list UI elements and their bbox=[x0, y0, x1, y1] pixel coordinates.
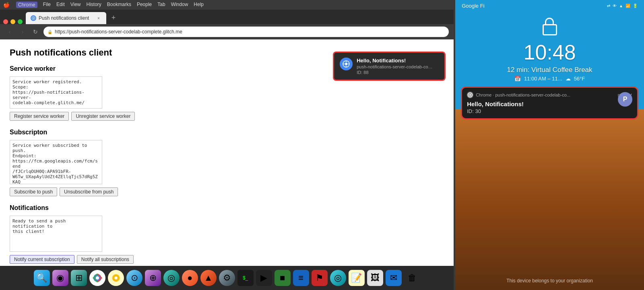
notification-title: Hello, Notifications! bbox=[357, 58, 439, 64]
weather-icon: ☁ bbox=[566, 76, 571, 82]
menubar-items: Chrome File Edit View History Bookmarks … bbox=[16, 2, 204, 8]
desktop-notification-popup: Hello, Notifications! push-notifications… bbox=[333, 51, 446, 81]
notify-all-button[interactable]: Notify all subscriptions bbox=[77, 255, 134, 264]
menubar-edit[interactable]: Edit bbox=[56, 2, 65, 8]
menubar-help[interactable]: Help bbox=[194, 2, 204, 8]
menubar-chrome[interactable]: Chrome bbox=[16, 2, 37, 8]
android-notif-header: Chrome · push-notifications-server-codel… bbox=[467, 92, 632, 98]
dock-app2[interactable]: ■ bbox=[275, 270, 291, 286]
menubar-people[interactable]: People bbox=[137, 2, 152, 8]
apple-menu[interactable]: 🍎 bbox=[3, 2, 10, 8]
maximize-window-button[interactable] bbox=[18, 19, 23, 24]
dock-chrome-canary[interactable] bbox=[108, 270, 124, 286]
dock-app3[interactable]: ⚑ bbox=[312, 270, 328, 286]
tab-close-button[interactable]: × bbox=[96, 15, 101, 21]
service-worker-buttons: Register service worker Unregister servi… bbox=[10, 112, 444, 121]
back-button[interactable]: ‹ bbox=[5, 27, 14, 37]
android-notif-title: Hello, Notifications! bbox=[467, 101, 524, 107]
unsubscribe-push-button[interactable]: Unsubscribe from push bbox=[60, 187, 118, 196]
address-url: https://push-notifications-server-codela… bbox=[55, 29, 445, 35]
menubar-file[interactable]: File bbox=[43, 2, 51, 8]
phone-bottom-text: This device belongs to your organization bbox=[455, 271, 644, 290]
weather-temp: 56°F bbox=[574, 76, 585, 82]
service-worker-textarea[interactable] bbox=[10, 76, 102, 109]
dock-purple-app[interactable]: ⊕ bbox=[145, 270, 161, 286]
dock-app1[interactable]: ▶ bbox=[256, 270, 272, 286]
android-notification: Chrome · push-notifications-server-codel… bbox=[461, 86, 638, 119]
dock-safari[interactable]: ⊙ bbox=[126, 270, 142, 286]
address-bar[interactable]: 🔒 https://push-notifications-server-code… bbox=[43, 27, 449, 37]
menubar-bookmarks[interactable]: Bookmarks bbox=[107, 2, 131, 8]
notification-chrome-icon bbox=[340, 58, 353, 70]
time-display: 10:48 12 min: Virtual Coffee Break 📅 11:… bbox=[455, 35, 644, 82]
tab-title: Push notifications client bbox=[39, 15, 93, 21]
menubar-tab[interactable]: Tab bbox=[157, 2, 165, 8]
mac-menubar: 🍎 Chrome File Edit View History Bookmark… bbox=[0, 0, 454, 10]
browser-window: 🍎 Chrome File Edit View History Bookmark… bbox=[0, 0, 454, 290]
tab-favicon bbox=[31, 15, 36, 21]
svg-point-11 bbox=[114, 276, 117, 279]
android-notif-app-icon bbox=[467, 92, 473, 98]
register-service-worker-button[interactable]: Register service worker bbox=[10, 112, 69, 121]
menubar-history[interactable]: History bbox=[87, 2, 101, 8]
subscription-buttons: Subscribe to push Unsubscribe from push bbox=[10, 187, 444, 196]
notification-content: Hello, Notifications! push-notifications… bbox=[357, 58, 439, 75]
reload-button[interactable]: ↻ bbox=[31, 27, 40, 37]
dock-finder[interactable]: 🔍 bbox=[34, 270, 50, 286]
android-notif-avatar: P bbox=[618, 92, 632, 107]
dock-firefox[interactable]: ● bbox=[182, 270, 198, 286]
dock: 🔍 ◉ ⊞ ⊙ ⊕ ◎ ● ▲ ⚙ $_ ▶ ■ ≡ ⚑ ◎ 📝 🖼 ✉ 🗑 bbox=[0, 266, 454, 290]
notifications-textarea[interactable] bbox=[10, 216, 102, 252]
notification-buttons: Notify current subscription Notify all s… bbox=[10, 255, 444, 264]
svg-point-13 bbox=[469, 94, 471, 96]
subscription-textarea[interactable] bbox=[10, 140, 102, 184]
traffic-lights bbox=[3, 19, 23, 24]
dock-mail[interactable]: ✉ bbox=[386, 270, 402, 286]
dock-edge2[interactable]: ◎ bbox=[330, 270, 346, 286]
forward-button[interactable]: › bbox=[18, 27, 27, 37]
dock-trash[interactable]: 🗑 bbox=[404, 270, 420, 286]
dock-siri[interactable]: ◉ bbox=[52, 270, 68, 286]
menubar-view[interactable]: View bbox=[70, 2, 81, 8]
address-lock-icon: 🔒 bbox=[47, 30, 52, 34]
notify-current-button[interactable]: Notify current subscription bbox=[10, 255, 74, 264]
tab-bar: Push notifications client × + bbox=[0, 10, 454, 24]
dock-photos[interactable]: 🖼 bbox=[367, 270, 383, 286]
dock-vscode[interactable]: ≡ bbox=[293, 270, 309, 286]
page-content: Hello, Notifications! push-notifications… bbox=[0, 39, 454, 266]
phone-brand: Google Fi bbox=[462, 3, 484, 9]
dock-launchpad[interactable]: ⊞ bbox=[71, 270, 87, 286]
statusbar-icons: ⇄ 👁 ▲ 📶 🔋 bbox=[607, 4, 638, 8]
clock-time: 10:48 bbox=[455, 42, 644, 63]
dock-settings[interactable]: ⚙ bbox=[219, 270, 235, 286]
svg-point-1 bbox=[33, 18, 34, 19]
phone-statusbar: Google Fi ⇄ 👁 ▲ 📶 🔋 bbox=[455, 0, 644, 11]
android-notif-id: ID: 30 bbox=[467, 108, 524, 114]
notification-id: ID: 88 bbox=[357, 70, 439, 75]
svg-point-9 bbox=[96, 276, 99, 280]
dock-brave[interactable]: ▲ bbox=[200, 270, 217, 286]
dock-terminal[interactable]: $_ bbox=[237, 270, 254, 286]
subscribe-push-button[interactable]: Subscribe to push bbox=[10, 187, 57, 196]
notification-url: push-notifications-server-codelab-comple… bbox=[357, 64, 433, 69]
subscription-section-title: Subscripton bbox=[10, 129, 444, 136]
lock-area bbox=[455, 11, 644, 35]
unregister-service-worker-button[interactable]: Unregister service worker bbox=[71, 112, 135, 121]
calendar-event-detail: 📅 11:00 AM – 11... ☁ 56°F bbox=[455, 76, 644, 82]
active-tab[interactable]: Push notifications client × bbox=[26, 12, 106, 24]
svg-point-3 bbox=[345, 63, 347, 65]
dock-chrome[interactable] bbox=[89, 270, 105, 286]
nav-bar: ‹ › ↻ 🔒 https://push-notifications-serve… bbox=[0, 24, 454, 39]
dock-notes[interactable]: 📝 bbox=[349, 270, 365, 286]
cast-icon: 👁 bbox=[613, 4, 617, 8]
dock-edge[interactable]: ◎ bbox=[163, 270, 180, 286]
event-time: 11:00 AM – 11... bbox=[524, 76, 562, 82]
android-notif-app-name: Chrome · push-notifications-server-codel… bbox=[476, 93, 615, 97]
close-window-button[interactable] bbox=[3, 19, 8, 24]
calendar-icon: 📅 bbox=[514, 76, 521, 82]
minimize-window-button[interactable] bbox=[10, 19, 15, 24]
menubar-window[interactable]: Window bbox=[171, 2, 188, 8]
new-tab-button[interactable]: + bbox=[108, 12, 119, 23]
signal-icon: 📶 bbox=[625, 4, 630, 8]
battery-icon: 🔋 bbox=[633, 4, 638, 8]
